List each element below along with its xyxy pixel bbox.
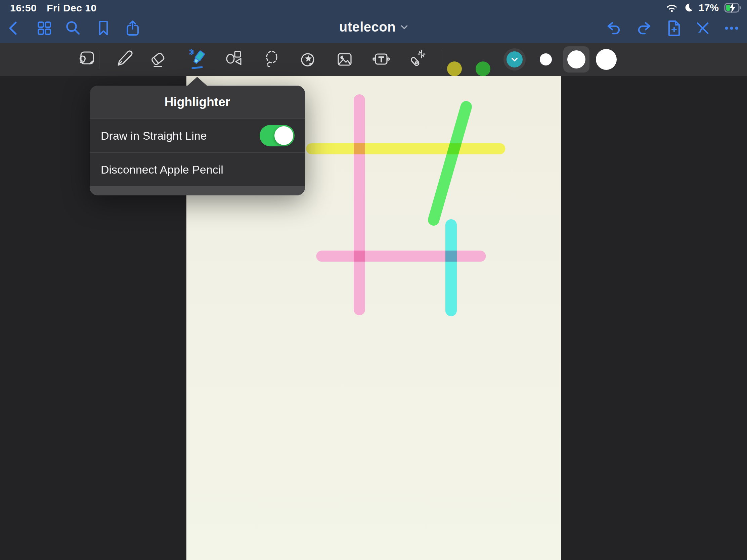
zoom-window-icon — [76, 49, 97, 70]
page-title: utelecon — [339, 20, 396, 34]
image-icon — [334, 49, 355, 70]
battery-charging-icon — [724, 2, 742, 13]
chevron-down-icon — [401, 25, 408, 29]
thickness-small[interactable] — [540, 53, 552, 65]
popover-body: Highlighter Draw in Straight Line Discon… — [90, 86, 305, 195]
app-screen: 16:50 Fri Dec 10 17% — [0, 0, 747, 560]
disconnect-pencil-button[interactable]: Disconnect Apple Pencil — [90, 153, 305, 186]
undo-icon — [604, 19, 623, 37]
bluetooth-icon — [189, 49, 194, 55]
color-swatch-teal-selected[interactable] — [504, 48, 526, 71]
laser-pointer-icon — [406, 49, 428, 70]
redo-button[interactable] — [635, 19, 653, 37]
popover-arrow — [187, 77, 207, 86]
add-page-icon — [664, 19, 683, 37]
pen-off-button[interactable] — [693, 19, 712, 37]
highlighter-icon — [187, 49, 208, 70]
highlighter-tool[interactable] — [187, 49, 208, 70]
text-tool[interactable] — [370, 49, 392, 70]
shapes-icon — [223, 49, 245, 70]
image-tool[interactable] — [334, 49, 355, 70]
more-icon — [722, 19, 741, 37]
wifi-icon — [666, 3, 678, 12]
status-right: 17% — [666, 2, 742, 14]
more-button[interactable] — [722, 19, 741, 37]
document-title-button[interactable]: utelecon — [339, 20, 408, 34]
chevron-down-icon — [512, 58, 518, 61]
pen-tool[interactable] — [113, 49, 135, 70]
status-date: Fri Dec 10 — [47, 2, 96, 14]
status-left: 16:50 Fri Dec 10 — [10, 2, 97, 14]
share-icon — [123, 19, 142, 37]
popover-title: Highlighter — [164, 95, 230, 109]
undo-button[interactable] — [604, 19, 623, 37]
highlighter-popover: Highlighter Draw in Straight Line Discon… — [90, 77, 305, 195]
thickness-medium-selected[interactable] — [563, 46, 590, 73]
lasso-icon — [261, 49, 282, 70]
laser-pointer-tool[interactable] — [406, 49, 428, 70]
straight-line-toggle[interactable] — [260, 125, 294, 146]
disconnect-pencil-label: Disconnect Apple Pencil — [101, 163, 223, 176]
tool-bar — [0, 43, 747, 76]
thickness-medium-dot — [567, 50, 586, 69]
eraser-icon — [147, 49, 169, 70]
thickness-large[interactable] — [596, 49, 617, 70]
toolbar-separator — [99, 50, 99, 69]
add-page-button[interactable] — [664, 19, 683, 37]
zoom-window-tool[interactable] — [76, 49, 97, 70]
shapes-tool[interactable] — [223, 49, 245, 70]
color-swatch-green[interactable] — [475, 61, 490, 76]
thumbnails-icon — [35, 19, 54, 37]
elements-icon — [298, 49, 319, 70]
redo-icon — [635, 19, 653, 37]
moon-icon — [683, 3, 693, 13]
toolbar-separator — [441, 50, 441, 69]
eraser-tool[interactable] — [147, 49, 169, 70]
battery-percent: 17% — [699, 2, 719, 14]
back-button[interactable] — [5, 19, 24, 37]
draw-straight-line-row: Draw in Straight Line — [90, 119, 305, 153]
bookmark-icon — [94, 19, 113, 37]
search-button[interactable] — [64, 19, 83, 37]
thumbnails-button[interactable] — [35, 19, 54, 37]
search-icon — [64, 19, 83, 37]
top-bar: 16:50 Fri Dec 10 17% — [0, 0, 747, 43]
draw-straight-line-label: Draw in Straight Line — [101, 129, 207, 142]
pen-icon — [113, 49, 135, 70]
lasso-tool[interactable] — [261, 49, 282, 70]
status-time: 16:50 — [10, 2, 36, 14]
pen-off-icon — [693, 19, 712, 37]
bookmark-button[interactable] — [94, 19, 113, 37]
color-swatch-teal — [507, 51, 523, 68]
color-swatch-olive[interactable] — [447, 61, 462, 76]
share-button[interactable] — [123, 19, 142, 37]
text-icon — [370, 49, 392, 70]
back-icon — [5, 19, 24, 37]
popover-header: Highlighter — [90, 86, 305, 119]
popover-footer — [90, 186, 305, 195]
elements-tool[interactable] — [298, 49, 319, 70]
toggle-knob — [275, 126, 293, 145]
